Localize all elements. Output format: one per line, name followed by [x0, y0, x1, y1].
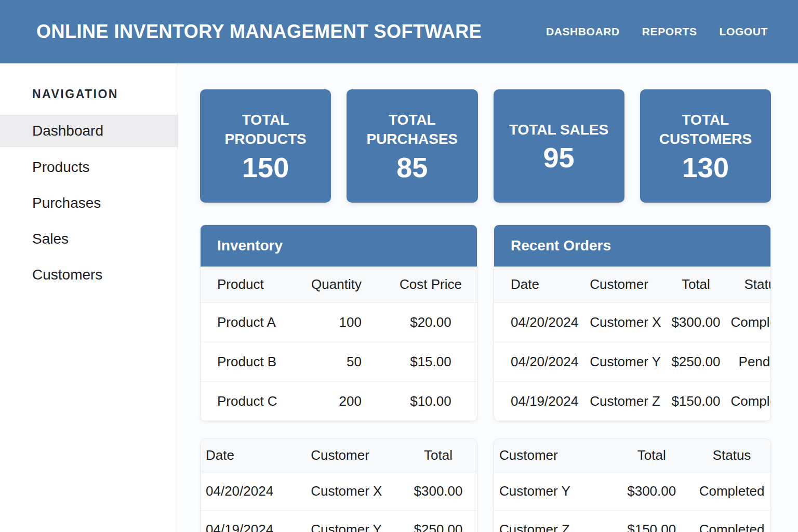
table-row: 04/20/2024 Customer Y $250.00 Pending	[494, 342, 771, 382]
table-header-row: Date Customer Total Status	[494, 267, 771, 303]
table-row: 04/19/2024 Customer Y $250.00	[201, 511, 477, 532]
date-cell: 04/19/2024	[494, 382, 583, 421]
sidebar-nav: Dashboard Products Purchases Sales Custo…	[0, 115, 178, 290]
bottom-tables-row: Date Customer Total 04/20/2024 Customer …	[200, 438, 771, 532]
app-header: ONLINE INVENTORY MANAGEMENT SOFTWARE DAS…	[0, 0, 798, 63]
stat-label: TOTAL SALES	[509, 121, 608, 140]
table-row: Product A 100 $20.00	[201, 303, 477, 342]
inventory-table: Product Quantity Cost Price Product A 10…	[201, 267, 477, 421]
sidebar: NAVIGATION Dashboard Products Purchases …	[0, 63, 178, 532]
sidebar-item-products[interactable]: Products	[0, 152, 178, 183]
inventory-panel-title: Inventory	[201, 225, 477, 267]
stat-value: 95	[543, 143, 575, 171]
table-row: 04/19/2024 Customer Z $150.00 Completed	[494, 382, 771, 421]
stats-row: TOTAL PRODUCTS 150 TOTAL PURCHASES 85 TO…	[200, 89, 771, 203]
stat-label: TOTAL PURCHASES	[360, 111, 464, 149]
date-cell: 04/20/2024	[201, 472, 305, 511]
stat-card-total-customers: TOTAL CUSTOMERS 130	[640, 89, 771, 203]
column-header-status: Status	[693, 439, 770, 472]
customer-cell: Customer X	[305, 472, 400, 511]
table-row: Product C 200 $10.00	[201, 382, 477, 421]
column-header-customer: Customer	[494, 439, 610, 472]
column-header-date: Date	[494, 267, 583, 303]
stat-value: 85	[396, 153, 428, 181]
table-row: Customer Z $150.00 Completed	[494, 511, 770, 532]
status-cell: Completed	[693, 511, 770, 532]
table-header-row: Product Quantity Cost Price	[201, 267, 477, 303]
customer-cell: Customer X	[583, 303, 666, 342]
stat-card-total-products: TOTAL PRODUCTS 150	[200, 89, 331, 203]
total-cell: $300.00	[400, 472, 477, 511]
date-cell: 04/20/2024	[494, 303, 583, 342]
customer-cell: Customer Y	[305, 511, 400, 532]
customer-cell: Customer Z	[583, 382, 666, 421]
cost-price-cell: $20.00	[384, 303, 477, 342]
total-cell: $300.00	[666, 303, 725, 342]
column-header-total: Total	[666, 267, 725, 303]
column-header-status: Status	[725, 267, 771, 303]
customer-status-table: Customer Total Status Customer Y $300.00…	[494, 439, 770, 532]
column-header-cost-price: Cost Price	[384, 267, 477, 303]
total-cell: $150.00	[610, 511, 693, 532]
recent-orders-panel-title: Recent Orders	[494, 225, 770, 267]
table-row: Product B 50 $15.00	[201, 342, 477, 382]
column-header-product: Product	[201, 267, 306, 303]
cost-price-cell: $15.00	[384, 342, 477, 382]
column-header-total: Total	[400, 439, 477, 472]
stat-value: 150	[242, 153, 289, 181]
customer-status-card: Customer Total Status Customer Y $300.00…	[494, 438, 771, 532]
app-title: ONLINE INVENTORY MANAGEMENT SOFTWARE	[36, 21, 482, 43]
stat-label: TOTAL CUSTOMERS	[654, 111, 757, 149]
product-cell: Product A	[201, 303, 306, 342]
sidebar-item-dashboard[interactable]: Dashboard	[0, 115, 178, 147]
recent-orders-table: Date Customer Total Status 04/20/2024 Cu…	[494, 267, 771, 421]
sidebar-item-sales[interactable]: Sales	[0, 223, 178, 255]
customer-cell: Customer Z	[494, 511, 610, 532]
status-cell: Completed	[693, 472, 770, 511]
customer-cell: Customer Y	[494, 472, 610, 511]
sidebar-item-purchases[interactable]: Purchases	[0, 188, 178, 219]
top-nav: DASHBOARD REPORTS LOGOUT	[546, 25, 768, 38]
nav-reports-link[interactable]: REPORTS	[642, 25, 697, 38]
status-cell: Completed	[725, 382, 771, 421]
total-cell: $250.00	[666, 342, 725, 382]
column-header-date: Date	[201, 439, 305, 472]
sidebar-heading: NAVIGATION	[0, 63, 178, 115]
main-content: TOTAL PRODUCTS 150 TOTAL PURCHASES 85 TO…	[178, 63, 798, 532]
sales-list-table: Date Customer Total 04/20/2024 Customer …	[201, 439, 477, 532]
total-cell: $250.00	[400, 511, 477, 532]
stat-label: TOTAL PRODUCTS	[214, 111, 317, 149]
table-row: 04/20/2024 Customer X $300.00	[201, 472, 477, 511]
column-header-quantity: Quantity	[306, 267, 384, 303]
customer-cell: Customer Y	[583, 342, 666, 382]
stat-value: 130	[682, 153, 729, 181]
total-cell: $300.00	[610, 472, 693, 511]
quantity-cell: 50	[306, 342, 384, 382]
status-cell: Completed	[725, 303, 771, 342]
inventory-panel: Inventory Product Quantity Cost Price Pr…	[200, 224, 477, 421]
table-header-row: Customer Total Status	[494, 439, 770, 472]
stat-card-total-sales: TOTAL SALES 95	[494, 89, 624, 203]
sales-list-card: Date Customer Total 04/20/2024 Customer …	[200, 438, 477, 532]
table-header-row: Date Customer Total	[201, 439, 477, 472]
cost-price-cell: $10.00	[384, 382, 477, 421]
table-row: 04/20/2024 Customer X $300.00 Completed	[494, 303, 771, 342]
panels-row: Inventory Product Quantity Cost Price Pr…	[200, 224, 771, 421]
product-cell: Product C	[201, 382, 306, 421]
column-header-customer: Customer	[583, 267, 666, 303]
nav-dashboard-link[interactable]: DASHBOARD	[546, 25, 620, 38]
quantity-cell: 200	[306, 382, 384, 421]
layout: NAVIGATION Dashboard Products Purchases …	[0, 63, 798, 532]
table-row: Customer Y $300.00 Completed	[494, 472, 770, 511]
quantity-cell: 100	[306, 303, 384, 342]
column-header-customer: Customer	[305, 439, 400, 472]
recent-orders-panel: Recent Orders Date Customer Total Status…	[494, 224, 771, 421]
status-cell: Pending	[725, 342, 771, 382]
stat-card-total-purchases: TOTAL PURCHASES 85	[347, 89, 477, 203]
product-cell: Product B	[201, 342, 306, 382]
nav-logout-link[interactable]: LOGOUT	[720, 25, 768, 38]
column-header-total: Total	[610, 439, 693, 472]
date-cell: 04/20/2024	[494, 342, 583, 382]
sidebar-item-customers[interactable]: Customers	[0, 259, 178, 290]
total-cell: $150.00	[666, 382, 725, 421]
